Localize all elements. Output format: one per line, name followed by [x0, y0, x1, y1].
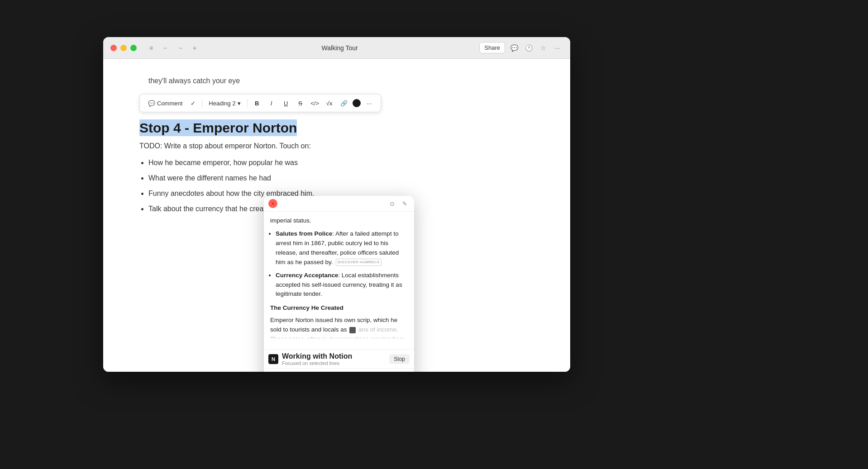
chat-list-item: Salutes from Police: After a failed atte… [276, 229, 408, 267]
chat-status-left: N Working with Notion Focused on selecte… [268, 352, 352, 366]
history-icon[interactable]: 🕐 [523, 43, 534, 53]
maximize-button[interactable] [130, 45, 137, 51]
chat-panel-header: × ⊙ ✎ [264, 196, 414, 212]
titlebar-nav: ≡ ← → + [146, 43, 200, 53]
browser-window: ≡ ← → + Walking Tour Share 💬 🕐 ☆ ··· the… [103, 37, 570, 372]
titlebar: ≡ ← → + Walking Tour Share 💬 🕐 ☆ ··· [103, 37, 570, 59]
add-page-icon[interactable]: + [189, 43, 200, 53]
list-item: What were the different names he had [148, 173, 534, 184]
back-icon[interactable]: ← [160, 43, 171, 53]
chat-body: imperial status. Salutes from Police: Af… [264, 212, 414, 338]
window-title: Walking Tour [205, 44, 474, 52]
top-text: they'll always catch your eye [139, 77, 534, 85]
currency-section-heading: The Currency He Created [270, 303, 408, 313]
chat-edit-icon[interactable]: ✎ [400, 199, 410, 208]
chat-status-bar: N Working with Notion Focused on selecte… [264, 349, 414, 369]
comment-icon: 💬 [148, 100, 155, 107]
notion-icon: N [268, 354, 278, 364]
chat-fade [264, 338, 414, 349]
chat-status-text: Working with Notion Focused on selected … [282, 352, 352, 366]
document-heading: Stop 4 - Emperor Norton [139, 119, 297, 136]
heading-selector[interactable]: Heading 2 ▾ [206, 99, 243, 108]
chat-input-bar: 🌐 Search ⇅ ⬦ GPT-4o 🎤 ↑ [264, 369, 414, 372]
checkmark-icon[interactable]: ✓ [188, 99, 198, 108]
underline-button[interactable]: U [280, 97, 292, 109]
code-button[interactable]: </> [309, 97, 321, 109]
bold-button[interactable]: B [251, 97, 263, 109]
comments-icon[interactable]: 💬 [509, 43, 520, 53]
chat-app-name: Working with Notion [282, 352, 352, 360]
chat-intro-text: imperial status. [270, 216, 408, 226]
chat-refresh-icon[interactable]: ⊙ [387, 199, 397, 208]
comment-button[interactable]: 💬 Comment [145, 99, 185, 108]
share-button[interactable]: Share [479, 42, 505, 53]
chat-app-sub: Focused on selected lines [282, 360, 352, 366]
toolbar-divider-2 [247, 99, 248, 107]
math-button[interactable]: √x [324, 97, 335, 109]
sidebar-toggle-icon[interactable]: ≡ [146, 43, 157, 53]
chat-header-icons: ⊙ ✎ [387, 199, 410, 208]
close-button[interactable] [110, 45, 117, 51]
page-content: they'll always catch your eye 💬 Comment … [103, 59, 570, 372]
chat-close-button[interactable]: × [268, 199, 277, 208]
minimize-button[interactable] [120, 45, 127, 51]
chat-bullet-list: Salutes from Police: After a failed atte… [276, 229, 408, 299]
more-formats-button[interactable]: ··· [363, 97, 375, 109]
titlebar-right: Share 💬 🕐 ☆ ··· [479, 42, 563, 53]
text-color-picker[interactable] [353, 99, 361, 107]
link-button[interactable]: 🔗 [338, 97, 350, 109]
discover-tag: DISCOVER HUMRECS [336, 259, 381, 266]
chat-list-item: Currency Acceptance: Local establishment… [276, 271, 408, 299]
strikethrough-button[interactable]: S [295, 97, 306, 109]
currency-term: Currency Acceptance [276, 272, 338, 279]
heading-container: Stop 4 - Emperor Norton [139, 120, 534, 136]
toolbar-divider [202, 99, 202, 107]
titlebar-right-icons: 💬 🕐 ☆ ··· [509, 43, 563, 53]
todo-text: TODO: Write a stop about emperor Norton.… [139, 142, 534, 150]
chevron-down-icon: ▾ [238, 100, 241, 107]
forward-icon[interactable]: → [175, 43, 186, 53]
more-options-icon[interactable]: ··· [552, 43, 563, 53]
list-item: How he became emperor, how popular he wa… [148, 157, 534, 168]
inline-icon [349, 327, 356, 333]
stop-button[interactable]: Stop [389, 354, 410, 364]
italic-button[interactable]: I [266, 97, 277, 109]
salutes-term: Salutes from Police [276, 230, 332, 237]
currency-section-body: Emperor Norton issued his own scrip, whi… [270, 316, 408, 338]
traffic-lights [110, 45, 137, 51]
formatting-toolbar: 💬 Comment ✓ Heading 2 ▾ B I U S </> √x 🔗… [139, 94, 381, 112]
chat-panel: × ⊙ ✎ imperial status. Salutes from Poli… [264, 196, 414, 372]
favorite-icon[interactable]: ☆ [538, 43, 548, 53]
